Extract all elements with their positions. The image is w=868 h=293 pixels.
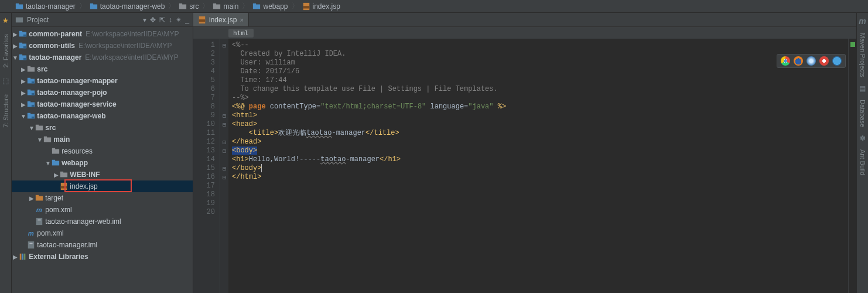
project-header[interactable]: Project ▾ ✥ ⇱ ↕ ✴ ⎯	[12, 13, 193, 27]
tree-node[interactable]: ▶ common-utilsE:\workspace\interIIDEA\MY…	[12, 40, 193, 52]
svg-rect-40	[52, 149, 59, 154]
crumb-5[interactable]: index.jsp	[300, 2, 343, 11]
svg-rect-42	[52, 161, 59, 166]
tree-node[interactable]: ▶ common-parentE:\workspace\interIIDEA\M…	[12, 28, 193, 40]
tree-node[interactable]: taotao-manager-web.iml	[12, 216, 193, 227]
svg-rect-17	[19, 43, 22, 45]
tree-node[interactable]: ▼ taotao-managerE:\workspace\interIIDEA\…	[12, 52, 193, 63]
expand-arrow-icon[interactable]	[28, 207, 35, 213]
editor-tab-bar[interactable]: index.jsp ×	[193, 13, 856, 27]
crumb-label: taotao-manager-web	[100, 2, 165, 11]
crumb-2[interactable]: src	[176, 2, 201, 11]
tree-node[interactable]: resources	[12, 145, 193, 157]
expand-arrow-icon[interactable]: ▶	[20, 101, 27, 108]
fold-column[interactable]: ⊟ ⊟⊟ ⊟⊟ ⊟⊟	[220, 39, 228, 293]
left-tool-strip: ★ 2: Favorites ⬚ 7: Structure	[0, 13, 12, 293]
ie-icon[interactable]	[832, 56, 842, 66]
svg-rect-26	[32, 81, 34, 84]
db-icon: ▤	[859, 84, 866, 93]
crumb-3[interactable]: main	[210, 2, 241, 11]
expand-arrow-icon[interactable]: ▼	[12, 54, 19, 61]
expand-arrow-icon[interactable]: ▶	[20, 66, 27, 73]
tree-node[interactable]: ▼ taotao-manager-web	[12, 110, 193, 122]
tree-node[interactable]: ▶ External Libraries	[12, 251, 193, 263]
opera-icon[interactable]	[819, 56, 829, 66]
maven-m-icon: m	[859, 16, 866, 26]
code-content[interactable]: <%-- Created by IntelliJ IDEA. User: wil…	[228, 39, 848, 293]
hide-icon[interactable]: ⎯	[185, 16, 189, 24]
expand-arrow-icon[interactable]: ▶	[12, 43, 19, 49]
tree-node[interactable]: ▶ src	[12, 63, 193, 75]
tree-node[interactable]: ▶ taotao-manager-pojo	[12, 87, 193, 98]
svg-rect-52	[37, 220, 40, 221]
project-panel: Project ▾ ✥ ⇱ ↕ ✴ ⎯ ▶ common-parentE:\wo…	[12, 13, 193, 293]
tool-structure[interactable]: 7: Structure	[2, 91, 9, 131]
tree-node[interactable]: ▼ src	[12, 122, 193, 134]
expand-arrow-icon[interactable]	[20, 242, 27, 248]
error-stripe[interactable]	[848, 39, 856, 293]
expand-arrow-icon[interactable]: ▶	[53, 172, 60, 178]
expand-arrow-icon[interactable]: ▼	[45, 160, 52, 166]
expand-arrow-icon[interactable]: ▶	[12, 31, 19, 38]
collapse-icon[interactable]: ⇱	[159, 16, 165, 24]
expand-arrow-icon[interactable]	[20, 230, 27, 237]
expand-arrow-icon[interactable]: ▼	[20, 113, 27, 120]
crumb-0[interactable]: taotao-manager	[13, 2, 78, 11]
tree-node[interactable]: ▶ WEB-INF	[12, 169, 193, 180]
chrome-icon[interactable]	[781, 56, 790, 66]
tree-node[interactable]: index.jsp	[12, 180, 193, 192]
tree-label: taotao-manager.iml	[35, 241, 97, 249]
gutter[interactable]: 1234567891011121314151617181920	[193, 39, 220, 293]
expand-arrow-icon[interactable]: ▶	[28, 195, 35, 202]
tool-ant[interactable]: Ant Build	[859, 147, 866, 178]
expand-arrow-icon[interactable]	[28, 219, 35, 225]
context-badge[interactable]: html	[228, 29, 254, 38]
svg-rect-56	[20, 254, 22, 260]
svg-rect-15	[23, 35, 26, 37]
module-icon	[27, 77, 35, 85]
tool-favorites[interactable]: 2: Favorites	[2, 30, 9, 71]
tree-label: common-utils	[27, 42, 75, 50]
tree-label: pom.xml	[43, 206, 72, 214]
tool-maven[interactable]: Maven Projects	[859, 30, 866, 80]
expand-arrow-icon[interactable]: ▼	[36, 137, 43, 143]
firefox-icon[interactable]	[794, 56, 803, 66]
tree-node[interactable]: ▶ target	[12, 192, 193, 204]
tool-database[interactable]: Database	[859, 97, 866, 130]
tree-path: E:\workspace\interIIDEA\MYP	[86, 30, 179, 38]
tree-node[interactable]: taotao-manager.iml	[12, 239, 193, 251]
tree-label: taotao-manager-pojo	[35, 88, 107, 97]
tree-node[interactable]: m pom.xml	[12, 204, 193, 216]
module-icon	[27, 112, 35, 120]
jsp-icon	[198, 16, 206, 24]
crumb-4[interactable]: webapp	[250, 2, 290, 11]
expand-arrow-icon[interactable]: ▶	[20, 90, 27, 96]
tree-node[interactable]: ▶ taotao-manager-service	[12, 98, 193, 110]
tree-node[interactable]: m pom.xml	[12, 227, 193, 239]
svg-rect-23	[28, 66, 30, 68]
autoscroll-icon[interactable]: ↕	[169, 16, 172, 24]
tree-label: taotao-manager-mapper	[35, 77, 118, 85]
dropdown-icon[interactable]: ▾	[143, 16, 146, 24]
expand-arrow-icon[interactable]: ▶	[12, 254, 19, 260]
project-tree[interactable]: ▶ common-parentE:\workspace\interIIDEA\M…	[12, 27, 193, 293]
expand-arrow-icon[interactable]	[53, 183, 60, 190]
crumb-1[interactable]: taotao-manager-web	[87, 2, 168, 11]
tree-node[interactable]: ▼ webapp	[12, 157, 193, 169]
expand-arrow-icon[interactable]: ▼	[28, 125, 35, 131]
locate-icon[interactable]: ✥	[150, 16, 156, 24]
breadcrumb-nav[interactable]: taotao-manager〉 taotao-manager-web〉 src〉…	[0, 0, 868, 13]
svg-rect-29	[32, 93, 34, 96]
gear-icon[interactable]: ✴	[176, 16, 182, 24]
safari-icon[interactable]	[807, 56, 816, 66]
browser-picker[interactable]	[777, 54, 846, 68]
svg-rect-54	[28, 241, 35, 248]
tree-node[interactable]: ▼ main	[12, 134, 193, 145]
svg-rect-51	[36, 218, 43, 225]
editor-body[interactable]: 1234567891011121314151617181920 ⊟ ⊟⊟ ⊟⊟ …	[193, 39, 856, 293]
tree-node[interactable]: ▶ taotao-manager-mapper	[12, 75, 193, 87]
expand-arrow-icon[interactable]	[45, 148, 52, 155]
expand-arrow-icon[interactable]: ▶	[20, 78, 27, 84]
editor-tab[interactable]: index.jsp ×	[193, 13, 249, 26]
close-icon[interactable]: ×	[240, 16, 243, 23]
